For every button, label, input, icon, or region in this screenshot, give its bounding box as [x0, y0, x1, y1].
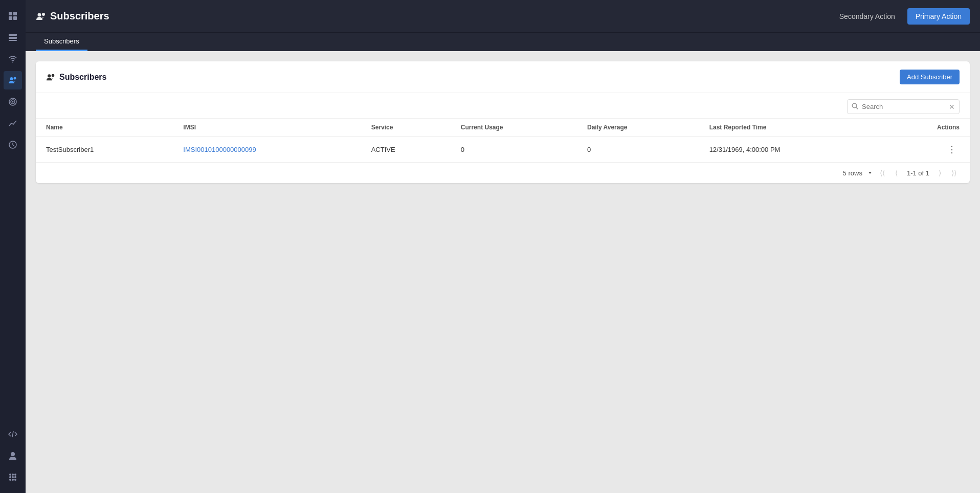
svg-rect-1 [13, 12, 17, 15]
svg-point-25 [12, 479, 14, 481]
search-input[interactable] [848, 100, 959, 114]
col-header-actions: Actions [883, 119, 970, 137]
tab-subscribers-label: Subscribers [44, 37, 79, 45]
svg-point-30 [52, 74, 54, 76]
svg-line-16 [12, 431, 13, 437]
sidebar-item-server[interactable] [4, 28, 22, 47]
rows-dropdown-icon[interactable] [867, 170, 873, 175]
cell-daily-average: 0 [577, 137, 699, 163]
topbar-title: Subscribers [36, 10, 109, 22]
topbar: Subscribers Secondary Action Primary Act… [26, 0, 980, 33]
sidebar-item-analytics[interactable] [4, 114, 22, 132]
svg-point-11 [14, 77, 16, 80]
svg-rect-2 [9, 16, 12, 20]
svg-rect-0 [9, 12, 12, 15]
sidebar-item-subscribers[interactable] [4, 71, 22, 89]
add-subscriber-button[interactable]: Add Subscriber [900, 70, 960, 84]
page-prev-button[interactable]: ⟨ [892, 168, 901, 178]
card-header: Subscribers Add Subscriber [36, 61, 970, 93]
sidebar-item-dashboard[interactable] [4, 7, 22, 25]
cell-actions: ⋮ [883, 137, 970, 163]
col-header-imsi: IMSI [173, 119, 361, 137]
table-row: TestSubscriber1 IMSI0010100000000099 ACT… [36, 137, 970, 163]
svg-point-23 [14, 476, 16, 478]
table-head: Name IMSI Service Current Usage Daily Av… [36, 119, 970, 137]
card-title-text: Subscribers [59, 73, 106, 82]
table-header-row: Name IMSI Service Current Usage Daily Av… [36, 119, 970, 137]
svg-point-9 [12, 62, 13, 63]
cell-name: TestSubscriber1 [36, 137, 173, 163]
svg-point-22 [12, 476, 14, 478]
secondary-action-button[interactable]: Secondary Action [833, 9, 901, 24]
table-body: TestSubscriber1 IMSI0010100000000099 ACT… [36, 137, 970, 163]
svg-point-27 [38, 13, 41, 16]
page-first-button[interactable]: ⟨⟨ [877, 168, 888, 178]
rows-per-page-label: 5 rows [843, 169, 862, 177]
subscribers-table: Name IMSI Service Current Usage Daily Av… [36, 119, 970, 162]
svg-point-28 [42, 13, 45, 16]
svg-marker-33 [868, 172, 872, 174]
page-info: 1-1 of 1 [907, 169, 929, 177]
svg-point-20 [14, 474, 16, 476]
col-header-service: Service [361, 119, 451, 137]
cell-imsi[interactable]: IMSI0010100000000099 [173, 137, 361, 163]
topbar-actions: Secondary Action Primary Action [833, 8, 970, 25]
svg-point-17 [11, 452, 15, 456]
svg-point-14 [12, 101, 14, 103]
sidebar-item-schedule[interactable] [4, 136, 22, 154]
content-area: Subscribers Add Subscriber ✕ [26, 51, 980, 493]
svg-rect-3 [13, 16, 17, 20]
cell-current-usage: 0 [451, 137, 577, 163]
page-last-button[interactable]: ⟩⟩ [948, 168, 960, 178]
sidebar-item-wifi[interactable] [4, 50, 22, 68]
col-header-daily-average: Daily Average [577, 119, 699, 137]
row-actions-button[interactable]: ⋮ [944, 144, 960, 155]
svg-rect-6 [9, 40, 17, 41]
topbar-title-text: Subscribers [50, 10, 109, 22]
col-header-current-usage: Current Usage [451, 119, 577, 137]
col-header-name: Name [36, 119, 173, 137]
sidebar-item-apps[interactable] [4, 468, 22, 486]
cell-service: ACTIVE [361, 137, 451, 163]
card-title: Subscribers [46, 73, 106, 82]
pagination: 5 rows ⟨⟨ ⟨ 1-1 of 1 ⟩ ⟩⟩ [36, 162, 970, 183]
col-header-last-reported: Last Reported Time [699, 119, 883, 137]
sidebar [0, 0, 26, 493]
svg-point-21 [9, 476, 11, 478]
svg-point-26 [14, 479, 16, 481]
tabbar: Subscribers [26, 33, 980, 51]
primary-action-button[interactable]: Primary Action [907, 8, 970, 25]
svg-point-18 [9, 474, 11, 476]
search-clear-icon[interactable]: ✕ [949, 103, 955, 110]
svg-point-29 [48, 74, 51, 77]
sidebar-item-target[interactable] [4, 93, 22, 111]
svg-point-19 [12, 474, 14, 476]
sidebar-item-profile[interactable] [4, 446, 22, 465]
svg-point-8 [15, 37, 16, 38]
imsi-link: IMSI0010100000000099 [183, 146, 256, 153]
search-container: ✕ [36, 93, 970, 119]
table: Name IMSI Service Current Usage Daily Av… [36, 119, 970, 162]
main-area: Subscribers Secondary Action Primary Act… [26, 0, 980, 493]
svg-point-24 [9, 479, 11, 481]
page-next-button[interactable]: ⟩ [936, 168, 944, 178]
svg-point-10 [10, 77, 13, 80]
svg-point-7 [15, 34, 16, 35]
sidebar-item-code[interactable] [4, 425, 22, 443]
search-wrapper: ✕ [847, 99, 960, 114]
tab-subscribers[interactable]: Subscribers [36, 33, 87, 51]
subscribers-card: Subscribers Add Subscriber ✕ [36, 61, 970, 183]
cell-last-reported-time: 12/31/1969, 4:00:00 PM [699, 137, 883, 163]
